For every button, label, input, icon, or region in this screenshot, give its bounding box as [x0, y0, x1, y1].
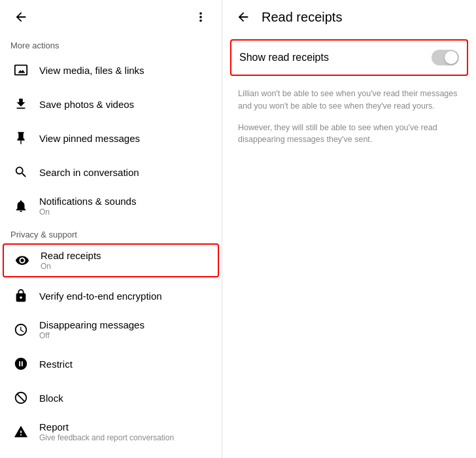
sidebar-item-restrict[interactable]: Restrict [0, 347, 222, 381]
more-options-button[interactable] [190, 7, 211, 27]
left-top-bar [0, 0, 222, 34]
sidebar-item-verify-encryption[interactable]: Verify end-to-end encryption [0, 279, 222, 313]
restrict-icon [10, 353, 31, 374]
read-receipts-subtitle: On [41, 262, 101, 271]
restrict-label: Restrict [39, 359, 73, 370]
right-panel: Read receipts Show read receipts Lillian… [222, 0, 476, 458]
sidebar-item-read-receipts[interactable]: Read receipts On [3, 243, 219, 277]
show-read-receipts-toggle[interactable] [432, 50, 459, 65]
view-pinned-label: View pinned messages [39, 133, 140, 144]
bell-icon [10, 196, 31, 217]
block-label: Block [39, 393, 63, 404]
lock-icon [10, 285, 31, 306]
privacy-support-label: Privacy & support [0, 223, 222, 242]
right-back-button[interactable] [233, 7, 254, 27]
description-text-2: However, they will still be able to see … [222, 115, 476, 149]
right-panel-title: Read receipts [262, 10, 342, 25]
sidebar-item-save-photos[interactable]: Save photos & videos [0, 87, 222, 121]
clock-icon [10, 319, 31, 340]
more-actions-label: More actions [0, 34, 222, 53]
right-top-bar: Read receipts [222, 0, 476, 34]
search-icon [10, 162, 31, 183]
search-conversation-label: Search in conversation [39, 167, 139, 178]
disappearing-messages-label: Disappearing messages [39, 319, 144, 330]
toggle-knob [445, 51, 458, 64]
left-panel: More actions View media, files & links S… [0, 0, 222, 458]
sidebar-item-view-pinned[interactable]: View pinned messages [0, 121, 222, 155]
sidebar-item-disappearing-messages[interactable]: Disappearing messages Off [0, 313, 222, 347]
show-read-receipts-label: Show read receipts [239, 52, 329, 63]
notifications-sounds-label: Notifications & sounds [39, 196, 136, 207]
media-icon [10, 60, 31, 80]
show-read-receipts-section: Show read receipts [230, 39, 468, 76]
sidebar-item-search-conversation[interactable]: Search in conversation [0, 155, 222, 189]
verify-encryption-label: Verify end-to-end encryption [39, 291, 162, 302]
eye-icon [12, 250, 33, 271]
sidebar-item-view-media[interactable]: View media, files & links [0, 53, 222, 87]
sidebar-item-report[interactable]: Report Give feedback and report conversa… [0, 415, 222, 449]
sidebar-item-notifications[interactable]: Notifications & sounds On [0, 189, 222, 223]
description-text-1: Lillian won't be able to see when you've… [222, 81, 476, 115]
read-receipts-label: Read receipts [41, 250, 101, 261]
report-label: Report [39, 421, 174, 432]
disappearing-messages-subtitle: Off [39, 331, 144, 340]
download-icon [10, 94, 31, 114]
warn-icon [10, 421, 31, 442]
report-subtitle: Give feedback and report conversation [39, 433, 174, 442]
notifications-sounds-subtitle: On [39, 207, 136, 217]
back-button[interactable] [10, 7, 31, 27]
pin-icon [10, 128, 31, 149]
block-icon [10, 387, 31, 408]
save-photos-label: Save photos & videos [39, 99, 134, 110]
sidebar-item-block[interactable]: Block [0, 381, 222, 415]
view-media-label: View media, files & links [39, 65, 144, 76]
